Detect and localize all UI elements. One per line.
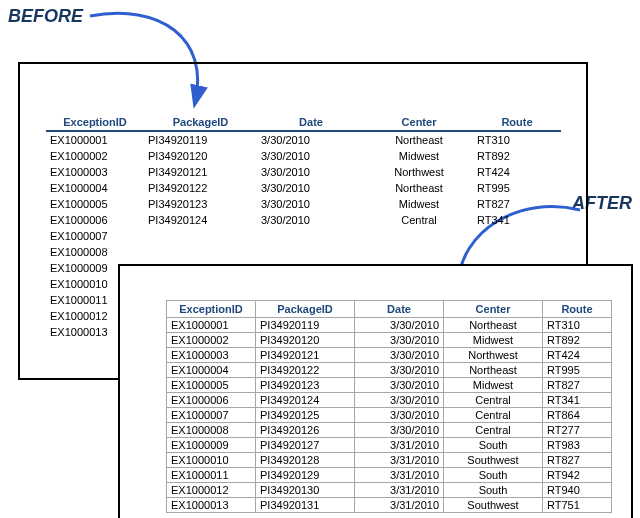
cell-ct: Midwest bbox=[444, 333, 543, 348]
cell-rt: RT827 bbox=[543, 378, 612, 393]
cell-dt: 3/30/2010 bbox=[355, 333, 444, 348]
cell-pk: PI34920120 bbox=[256, 333, 355, 348]
cell-rt: RT424 bbox=[473, 164, 561, 180]
cell-rt: RT995 bbox=[473, 180, 561, 196]
cell-ct: Midwest bbox=[365, 148, 473, 164]
cell-pk: PI34920121 bbox=[144, 164, 257, 180]
cell-pk: PI34920120 bbox=[144, 148, 257, 164]
table-row: EX1000001PI349201193/30/2010NortheastRT3… bbox=[46, 131, 561, 148]
table-row: EX1000012PI349201303/31/2010SouthRT940 bbox=[167, 483, 612, 498]
cell-dt: 3/30/2010 bbox=[257, 148, 365, 164]
table-row: EX1000005PI349201233/30/2010MidwestRT827 bbox=[46, 196, 561, 212]
cell-ex: EX1000006 bbox=[167, 393, 256, 408]
cell-pk: PI34920122 bbox=[256, 363, 355, 378]
col-date: Date bbox=[257, 114, 365, 131]
cell-rt: RT277 bbox=[543, 423, 612, 438]
cell-pk: PI34920128 bbox=[256, 453, 355, 468]
cell-dt: 3/30/2010 bbox=[257, 131, 365, 148]
cell-ct: South bbox=[444, 438, 543, 453]
cell-dt: 3/30/2010 bbox=[355, 393, 444, 408]
cell-dt: 3/31/2010 bbox=[355, 498, 444, 513]
cell-ex: EX1000008 bbox=[46, 244, 144, 260]
col-center: Center bbox=[444, 301, 543, 318]
cell-ct: South bbox=[444, 483, 543, 498]
after-frame: ExceptionID PackageID Date Center Route … bbox=[118, 264, 633, 518]
before-header-row: ExceptionID PackageID Date Center Route bbox=[46, 114, 561, 131]
cell-pk: PI34920124 bbox=[144, 212, 257, 228]
cell-rt: RT341 bbox=[543, 393, 612, 408]
cell-pk: PI34920119 bbox=[256, 318, 355, 333]
cell-ex: EX1000002 bbox=[167, 333, 256, 348]
cell-pk: PI34920123 bbox=[256, 378, 355, 393]
col-center: Center bbox=[365, 114, 473, 131]
cell-rt: RT310 bbox=[473, 131, 561, 148]
col-route: Route bbox=[543, 301, 612, 318]
cell-rt: RT983 bbox=[543, 438, 612, 453]
table-row: EX1000002PI349201203/30/2010MidwestRT892 bbox=[167, 333, 612, 348]
cell-dt: 3/30/2010 bbox=[355, 423, 444, 438]
table-row: EX1000002PI349201203/30/2010MidwestRT892 bbox=[46, 148, 561, 164]
table-row: EX1000013PI349201313/31/2010SouthwestRT7… bbox=[167, 498, 612, 513]
cell-ct: Northeast bbox=[365, 131, 473, 148]
table-row: EX1000008PI349201263/30/2010CentralRT277 bbox=[167, 423, 612, 438]
table-row: EX1000007PI349201253/30/2010CentralRT864 bbox=[167, 408, 612, 423]
cell-pk: PI34920124 bbox=[256, 393, 355, 408]
col-exception: ExceptionID bbox=[46, 114, 144, 131]
cell-dt: 3/30/2010 bbox=[355, 378, 444, 393]
cell-ex: EX1000005 bbox=[46, 196, 144, 212]
cell-ct: Central bbox=[444, 393, 543, 408]
cell-ex: EX1000002 bbox=[46, 148, 144, 164]
table-row: EX1000005PI349201233/30/2010MidwestRT827 bbox=[167, 378, 612, 393]
table-row: EX1000006PI349201243/30/2010CentralRT341 bbox=[167, 393, 612, 408]
cell-ex: EX1000010 bbox=[167, 453, 256, 468]
col-package: PackageID bbox=[144, 114, 257, 131]
cell-dt: 3/30/2010 bbox=[257, 212, 365, 228]
cell-rt: RT310 bbox=[543, 318, 612, 333]
cell-dt: 3/30/2010 bbox=[355, 363, 444, 378]
table-row: EX1000003PI349201213/30/2010NorthwestRT4… bbox=[46, 164, 561, 180]
cell-dt: 3/31/2010 bbox=[355, 483, 444, 498]
cell-ct: Central bbox=[365, 212, 473, 228]
col-date: Date bbox=[355, 301, 444, 318]
cell-ex: EX1000001 bbox=[46, 131, 144, 148]
cell-rt: RT892 bbox=[543, 333, 612, 348]
after-header-row: ExceptionID PackageID Date Center Route bbox=[167, 301, 612, 318]
col-package: PackageID bbox=[256, 301, 355, 318]
cell-ex: EX1000007 bbox=[46, 228, 144, 244]
cell-pk: PI34920125 bbox=[256, 408, 355, 423]
cell-dt: 3/30/2010 bbox=[257, 196, 365, 212]
table-row: EX1000004PI349201223/30/2010NortheastRT9… bbox=[46, 180, 561, 196]
cell-rt: RT892 bbox=[473, 148, 561, 164]
cell-rt bbox=[473, 228, 561, 244]
cell-dt: 3/30/2010 bbox=[257, 164, 365, 180]
table-row: EX1000008 bbox=[46, 244, 561, 260]
table-row: EX1000009PI349201273/31/2010SouthRT983 bbox=[167, 438, 612, 453]
cell-rt: RT940 bbox=[543, 483, 612, 498]
table-row: EX1000007 bbox=[46, 228, 561, 244]
cell-dt: 3/31/2010 bbox=[355, 468, 444, 483]
cell-rt: RT995 bbox=[543, 363, 612, 378]
cell-rt: RT424 bbox=[543, 348, 612, 363]
table-row: EX1000006PI349201243/30/2010CentralRT341 bbox=[46, 212, 561, 228]
cell-pk: PI34920129 bbox=[256, 468, 355, 483]
cell-ct: Southwest bbox=[444, 453, 543, 468]
cell-pk: PI34920119 bbox=[144, 131, 257, 148]
cell-ex: EX1000005 bbox=[167, 378, 256, 393]
cell-rt bbox=[473, 244, 561, 260]
cell-ex: EX1000003 bbox=[46, 164, 144, 180]
cell-ex: EX1000004 bbox=[46, 180, 144, 196]
cell-ex: EX1000004 bbox=[167, 363, 256, 378]
table-row: EX1000010PI349201283/31/2010SouthwestRT8… bbox=[167, 453, 612, 468]
cell-ct bbox=[365, 228, 473, 244]
cell-ct: Northeast bbox=[365, 180, 473, 196]
cell-ex: EX1000001 bbox=[167, 318, 256, 333]
cell-rt: RT942 bbox=[543, 468, 612, 483]
cell-ct: Northwest bbox=[365, 164, 473, 180]
cell-ex: EX1000007 bbox=[167, 408, 256, 423]
cell-dt: 3/31/2010 bbox=[355, 453, 444, 468]
cell-pk: PI34920126 bbox=[256, 423, 355, 438]
cell-ex: EX1000011 bbox=[167, 468, 256, 483]
cell-ex: EX1000003 bbox=[167, 348, 256, 363]
cell-pk: PI34920123 bbox=[144, 196, 257, 212]
cell-ct: South bbox=[444, 468, 543, 483]
